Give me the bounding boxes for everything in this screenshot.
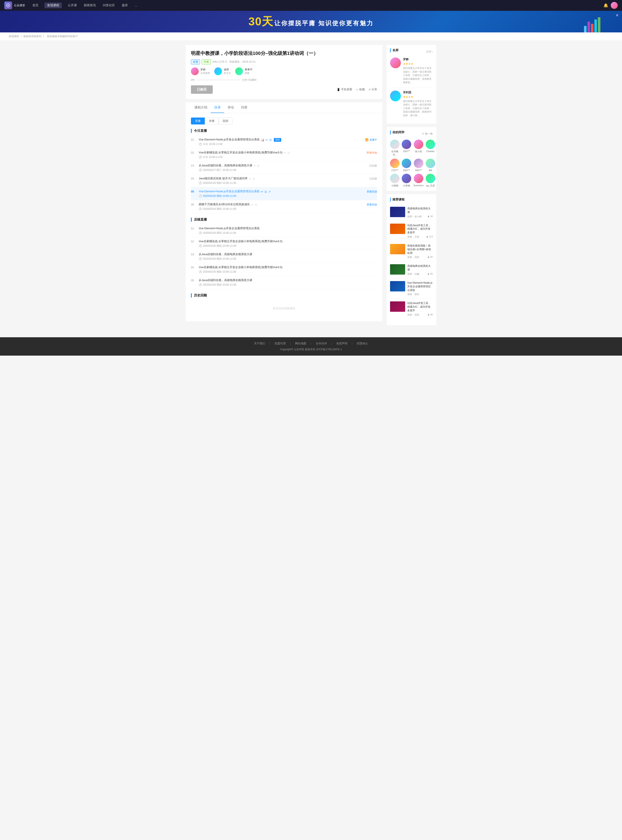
classmate-item[interactable]: 化学教书... — [390, 140, 399, 156]
copy-icon[interactable]: ⊡ — [253, 177, 255, 180]
classmate-avatar — [426, 140, 435, 149]
classmate-item[interactable]: Charles — [426, 140, 435, 156]
instructor-role-3: 助教 — [245, 72, 253, 75]
user-avatar[interactable] — [611, 2, 618, 9]
recommend-thumb — [390, 281, 405, 292]
footer-link-about[interactable]: 关于我们 — [254, 342, 265, 345]
breadcrumb-series[interactable]: 新媒体营销系列 — [23, 35, 41, 38]
replay-status[interactable]: 查看回放 — [367, 203, 377, 206]
teacher-nav[interactable]: 1/10 › — [426, 50, 433, 53]
copy-icon[interactable]: ⊡ — [255, 203, 257, 206]
footer-link-sitemap[interactable]: 网站地图 — [295, 342, 306, 345]
star-icon: ☆ — [356, 88, 358, 91]
nav-item-news[interactable]: 新闻资讯 — [83, 3, 97, 8]
course-instructors: 罗静 主讲老师 凌荷 班主任 — [191, 67, 377, 75]
recommend-meta: 讲师：王组 ♟ 123 — [407, 235, 433, 238]
recommend-item[interactable]: Vue Element+Node.js开发企业通用管理后台系统 讲师：张田 — [390, 281, 433, 299]
future-lesson-item: 05 从Java后端到全栈，高级电商全栈系统大课 🕐 2020/02/26 周四… — [191, 276, 377, 289]
nav-item-qa[interactable]: 问答社区 — [102, 3, 116, 8]
classmate-item[interactable]: 张小田 — [413, 140, 424, 156]
replay-status[interactable]: 查看回放 — [367, 190, 377, 193]
tag-record: 录播 — [202, 60, 211, 64]
tab-qa[interactable]: 问答 — [238, 102, 251, 113]
classmate-item[interactable]: Bill — [426, 159, 435, 171]
recommend-meta: 讲师：冷幽 ♟ 40 — [407, 272, 433, 276]
site-logo[interactable]: 云朵课堂 — [4, 2, 25, 9]
tab-catalog[interactable]: 目录 — [211, 102, 224, 113]
collect-button[interactable]: ☆ 收藏 — [356, 87, 365, 92]
edit-icon[interactable]: ✏ — [253, 164, 256, 168]
tab-intro[interactable]: 课程介绍 — [191, 102, 211, 113]
recommend-header: 推荐课程 — [390, 198, 433, 204]
classmate-item[interactable]: 小熊熊 — [390, 174, 399, 187]
classmate-item[interactable]: 1767** — [390, 159, 399, 171]
nav-item-quiz[interactable]: 题库 — [121, 3, 129, 8]
mobile-watch-button[interactable]: 📱 手机观看 — [337, 87, 352, 92]
nav-item-home[interactable]: 首页 — [32, 3, 39, 8]
action-buttons: 📱 手机观看 ☆ 收藏 ↗ 分享 — [337, 87, 377, 92]
lesson-num: 06 — [191, 202, 197, 206]
copy-icon[interactable]: ⊡ — [265, 190, 267, 193]
sub-tab-live[interactable]: 直播 — [191, 118, 205, 124]
copy-icon[interactable]: ⊡ — [257, 164, 259, 168]
sub-tab-offline[interactable]: 面授 — [218, 118, 232, 124]
instructor-role-1: 主讲老师 — [200, 72, 210, 75]
recommend-item[interactable]: 高级电商全线系统大课 讲师：冷幽 ♟ 40 — [390, 264, 433, 278]
instructor-item-3: 青青平 助教 — [235, 67, 253, 75]
content-right: 名师 1/10 › 罗静 ★★★★ 国内某重点大学安全工程专业硕士、国家一级注册… — [387, 45, 436, 328]
classmates-title: 你的同学 — [390, 130, 404, 134]
recommend-item[interactable]: 高级电商全线系统大课 讲师：张小锋 ♟ 34 — [390, 207, 433, 221]
copy-icon[interactable]: ⊡ — [287, 151, 290, 154]
classmates-header: 你的同学 ↻ 换一换 — [390, 130, 433, 137]
share-icon: ↗ — [368, 88, 370, 91]
banner-close-icon[interactable]: ✕ — [616, 13, 619, 18]
recommend-item[interactable]: 玩转Java开发工具，精通JUC，成为开发多面手 讲师：岱田 ♟ 46 — [390, 301, 433, 319]
classmate-item[interactable]: qq_天涯 — [426, 174, 435, 187]
classmate-item[interactable]: 大笨狼 — [402, 174, 411, 187]
teachers-header: 名师 1/10 › — [390, 48, 433, 55]
nav-item-discover[interactable]: 发现课程 — [44, 3, 62, 8]
edit-icon[interactable]: ✏ — [251, 203, 253, 206]
tag-live: 直播 — [191, 60, 200, 64]
classmate-item[interactable]: 1867** — [413, 159, 424, 171]
sub-tab-record[interactable]: 录播 — [205, 118, 218, 124]
edit-icon[interactable]: ✏ — [284, 151, 286, 154]
footer-link-partner[interactable]: 合作伙伴 — [316, 342, 327, 345]
course-meta: 246人已学习 · 有效期至：2019-10-21 — [212, 60, 256, 64]
share-button[interactable]: ↗ 分享 — [368, 87, 377, 92]
recommend-thumb — [390, 301, 405, 312]
classmate-item[interactable]: Summers — [413, 174, 424, 187]
lesson-name: Java项目面试实操 提升大厂面试成功率 — [199, 177, 247, 180]
lesson-time: 🕐 2020/02/26 周四 10:00-11:00 — [199, 181, 367, 185]
footer-link-agent[interactable]: 加盟代理 — [274, 342, 286, 345]
recommend-thumb — [390, 207, 405, 217]
live-status[interactable]: 📶 直播中 — [365, 138, 377, 142]
banner-text: 30天 让你摆脱平庸 知识使你更有魅力 — [248, 14, 374, 29]
progress-section: 0% 已学习0课时 — [191, 78, 377, 82]
future-lesson-item: 02 Vue全家桶实战 从零独立开发企业级小米电商系统(免费升级Vue3.0) … — [191, 237, 377, 250]
material-tag[interactable]: 资料 — [274, 138, 281, 142]
share-small-icon[interactable]: ↗ — [268, 190, 271, 193]
lesson-name: 从Java后端到全栈，高级电商全栈系统大课 — [199, 252, 377, 256]
copy-icon[interactable]: ⊡ — [269, 138, 272, 142]
lesson-time: 🕐 2020/02/27 周三 10:00-11:00 — [199, 168, 367, 172]
nav-item-open[interactable]: 公开课 — [67, 3, 78, 8]
footer-link-recruit[interactable]: 招贤纳士 — [357, 342, 368, 345]
notification-bell-icon[interactable]: 🔔 — [604, 3, 608, 8]
buy-button[interactable]: 已购买 — [191, 86, 213, 94]
classmate-item[interactable]: 1567** — [402, 159, 411, 171]
classmates-change-button[interactable]: ↻ 换一换 — [422, 132, 433, 136]
recommend-item[interactable]: 玩转Java开发工具，精通JUC，成为开发多面手 讲师：王组 ♟ 123 — [390, 224, 433, 241]
breadcrumb-discover[interactable]: 发现课程 — [9, 35, 19, 38]
instructor-item: 罗静 主讲老师 — [191, 67, 210, 75]
edit-icon[interactable]: ✏ — [261, 190, 263, 193]
lesson-time: 🕐 2020/02/26 周四 10:00-11:00 — [199, 207, 365, 211]
nav-item-more[interactable]: ... — [134, 4, 138, 7]
tab-comment[interactable]: 评论 — [224, 102, 238, 113]
edit-icon[interactable]: ✏ — [249, 177, 251, 180]
edit-icon[interactable]: ✏ — [266, 138, 268, 142]
classmate-item[interactable]: 1567** — [402, 140, 411, 156]
footer-link-disclaimer[interactable]: 免责声明 — [336, 342, 348, 345]
recommend-item[interactable]: 前端全栈加强版！前端全栈+全周期+多组应用 讲师：岱田 ♟ 56 — [390, 244, 433, 262]
future-lesson-item: 03 从Java后端到全栈，高级电商全栈系统大课 🕐 2020/02/26 周四… — [191, 250, 377, 263]
